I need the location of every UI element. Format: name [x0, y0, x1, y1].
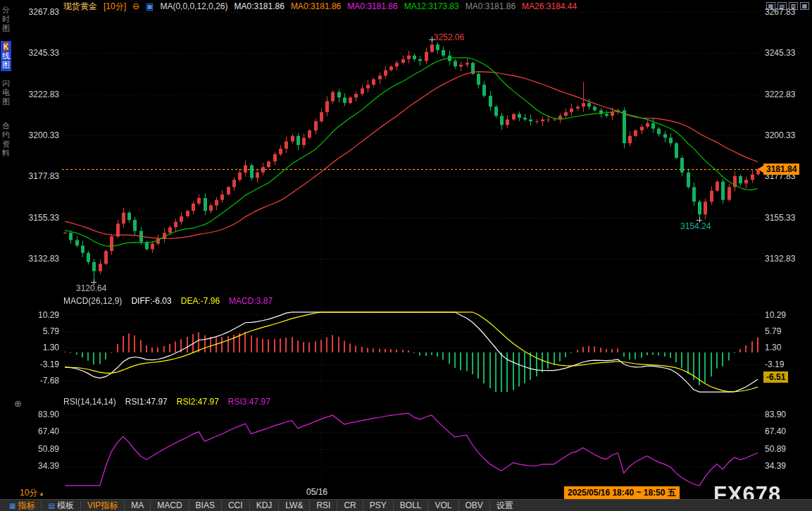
macd-axis-label: 10.29 — [8, 310, 59, 320]
price-axis-label: 3222.83 — [765, 90, 795, 99]
price-axis-label: 3200.33 — [765, 130, 795, 140]
rsi-axis-label: 34.39 — [765, 461, 786, 471]
macd-axis-label: -3.19 — [765, 359, 784, 369]
price-axis-label: 3155.33 — [8, 213, 59, 223]
toolbar-item-psy[interactable]: PSY — [363, 500, 394, 511]
last-price-tag: 3181.84 — [763, 164, 799, 175]
period-dropdown-icon: ▴ — [40, 490, 44, 497]
date-axis-label: 05/16 — [290, 487, 344, 497]
toolbar-item-template[interactable]: ▤模板 — [42, 500, 80, 511]
rsi-axis-label: 34.39 — [8, 461, 59, 471]
price-chart-canvas[interactable] — [62, 0, 761, 306]
toolbar-item-rsi[interactable]: RSI — [310, 500, 337, 511]
price-axis-label: 3132.83 — [8, 254, 59, 264]
macd-diff-value: DIFF:-6.03 — [131, 296, 171, 306]
macd-header: MACD(26,12,9) DIFF:-6.03 DEA:-7.96 MACD:… — [63, 296, 273, 306]
price-axis-label: 3132.83 — [765, 254, 795, 264]
toolbar-item-label: 设置 — [496, 500, 513, 511]
rsi-chart-canvas[interactable] — [62, 407, 761, 486]
period-text: 10分 — [20, 488, 37, 498]
price-axis-label: 3267.83 — [765, 7, 795, 17]
toolbar-item-vip-indicator[interactable]: VIP指标 — [81, 500, 125, 511]
rsi-axis-label: 50.89 — [765, 444, 786, 454]
rsi-axis-label: 83.90 — [765, 410, 786, 419]
template-icon: ▤ — [48, 502, 54, 510]
macd-axis-label: 10.29 — [765, 310, 786, 320]
macd-axis-label: 5.79 — [765, 326, 781, 336]
toolbar-item-settings[interactable]: 设置 — [490, 500, 520, 511]
price-axis-label: 3155.33 — [765, 213, 795, 223]
toolbar-item-label: VIP指标 — [87, 500, 118, 511]
indicator-list-icon: ▦ — [9, 502, 15, 510]
price-axis-label: 3245.33 — [765, 48, 795, 58]
toolbar-item-ma[interactable]: MA — [125, 500, 151, 511]
price-axis-label: 3177.83 — [8, 171, 59, 181]
toolbar-item-label: CCI — [228, 500, 243, 510]
toolbar-item-bias[interactable]: BIAS — [189, 500, 222, 511]
rsi-axis-label: 83.90 — [8, 410, 59, 419]
toolbar-item-kdj[interactable]: KDJ — [250, 500, 280, 511]
rsi2-value: RSI2:47.97 — [177, 397, 219, 407]
price-axis-label: 3267.83 — [8, 7, 59, 17]
toolbar-item-label: RSI — [316, 500, 330, 510]
toolbar-item-macd[interactable]: MACD — [151, 500, 189, 511]
rsi-axis-label: 50.89 — [8, 444, 59, 454]
macd-axis-label: 5.79 — [8, 326, 59, 336]
macd-dea-value: DEA:-7.96 — [181, 296, 220, 306]
toolbar-item-label: CR — [344, 500, 356, 510]
rsi-axis-label: 67.40 — [765, 426, 786, 436]
toolbar-item-label: MACD — [157, 500, 182, 510]
toolbar-item-cci[interactable]: CCI — [222, 500, 250, 511]
price-axis-label: 3222.83 — [8, 90, 59, 99]
toolbar-item-cr[interactable]: CR — [337, 500, 363, 511]
toolbar-item-label: MA — [131, 500, 144, 510]
period-selector[interactable]: 10分 ▴ — [20, 487, 43, 499]
rsi-axis-label: 67.40 — [8, 426, 59, 436]
low-price-annotation: 3154.24 — [680, 221, 711, 231]
high-price-annotation: 3252.06 — [434, 32, 464, 42]
toolbar-item-label: PSY — [370, 500, 387, 510]
rsi-title: RSI(14,14,14) — [63, 397, 116, 407]
toolbar-item-label: VOL — [435, 500, 451, 510]
toolbar-item-boll[interactable]: BOLL — [394, 500, 429, 511]
toolbar-item-label: BIAS — [196, 500, 215, 510]
rsi-header: RSI(14,14,14) RSI1:47.97 RSI2:47.97 RSI3… — [63, 397, 270, 407]
toolbar-item-label: BOLL — [400, 500, 422, 510]
toolbar-item-vol[interactable]: VOL — [428, 500, 458, 511]
macd-title: MACD(26,12,9) — [63, 296, 122, 306]
macd-value-tag: -6.51 — [763, 371, 788, 383]
toolbar-item-indicator[interactable]: ▦指标 — [3, 500, 42, 511]
toolbar-item-obv[interactable]: OBV — [459, 500, 490, 511]
last-price-pointer-icon — [758, 166, 763, 173]
rsi1-value: RSI1:47.97 — [125, 397, 168, 407]
macd-axis-label: -3.19 — [8, 359, 59, 369]
trading-app-window: 分时图 K线图 闪电图 合约资料 现货黄金 [10分] ⊖ ▣ MA(0,0,0… — [0, 0, 812, 511]
toolbar-item-label: 模板 — [57, 500, 74, 511]
macd-axis-label: 1.30 — [8, 343, 59, 352]
rsi3-value: RSI3:47.97 — [228, 397, 270, 407]
macd-axis-label: -7.68 — [8, 376, 59, 386]
low-price-annotation: 3120.64 — [76, 283, 106, 293]
price-axis-label: 3245.33 — [8, 48, 59, 58]
layout-grid-icon-4[interactable]: ▦ — [800, 2, 809, 10]
price-axis-label: 3200.33 — [8, 130, 59, 140]
toolbar-item-label: OBV — [466, 500, 483, 510]
toolbar-item-lwr[interactable]: LW& — [279, 500, 310, 511]
toolbar-item-label: KDJ — [256, 500, 273, 510]
indicator-toolbar: ▦指标 ▤模板 VIP指标 MA MACD BIAS CCI KDJ LW& R… — [0, 499, 812, 511]
toolbar-item-label: 指标 — [18, 500, 35, 511]
macd-chart-canvas[interactable] — [62, 309, 761, 393]
macd-hist-value: MACD:3.87 — [229, 296, 273, 306]
macd-axis-label: 1.30 — [765, 343, 781, 352]
toolbar-item-label: LW& — [285, 500, 303, 510]
circle-plus-icon[interactable]: ⊕ — [14, 398, 22, 409]
time-range-badge: 2025/05/16 18:40 ~ 18:50 五 — [564, 486, 680, 500]
